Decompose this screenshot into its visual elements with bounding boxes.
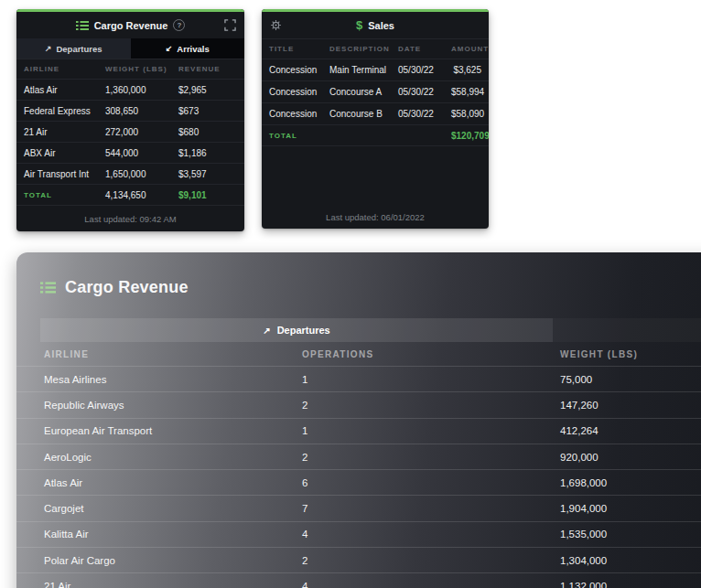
cell-airline: Atlas Air — [44, 477, 302, 488]
cell-amount: $58,994 — [444, 87, 489, 97]
cargo-large-tabs: ↗ Departures — [40, 318, 701, 342]
cargo-large-header: Cargo Revenue — [16, 252, 701, 298]
total-row: TOTAL 4,134,650 $9,101 — [16, 184, 244, 205]
col-title: TITLE — [262, 45, 322, 53]
cell-weight: 1,304,000 — [560, 555, 701, 566]
cell-weight: 544,000 — [98, 148, 171, 158]
tab-arrivals[interactable]: ↙ Arrivals — [131, 38, 245, 59]
tab-arrivals-partial[interactable] — [553, 318, 701, 342]
cell-description: Concourse A — [322, 87, 391, 97]
cell-description: Concourse B — [322, 109, 391, 119]
total-row: TOTAL $120,709 — [262, 124, 489, 146]
cell-airline: Kalitta Air — [44, 529, 302, 540]
table-row: Atlas Air 1,360,000 $2,965 — [16, 79, 244, 100]
cell-operations: 2 — [302, 400, 560, 411]
table-row: ABX Air 544,000 $1,186 — [16, 142, 244, 163]
table-row: 21 Air 272,000 $680 — [16, 121, 244, 142]
total-weight: 4,134,650 — [98, 190, 171, 200]
cell-weight: 272,000 — [98, 127, 171, 137]
cell-revenue: $1,186 — [171, 148, 244, 158]
cell-airline: Polar Air Cargo — [44, 555, 302, 566]
departure-arrow-icon: ↗ — [263, 326, 270, 336]
widget-title: Sales — [368, 20, 394, 31]
table-row: Atlas Air 6 1,698,000 — [16, 469, 701, 495]
expand-icon[interactable] — [224, 19, 236, 31]
col-description: DESCRIPTION — [322, 45, 391, 53]
cell-operations: 6 — [302, 477, 560, 488]
table-row: Concession Main Terminal 05/30/22 $3,625 — [262, 59, 489, 80]
tab-departures[interactable]: ↗ Departures — [16, 38, 131, 59]
cell-date: 05/30/22 — [391, 65, 444, 75]
cell-amount: $3,625 — [444, 65, 489, 75]
col-airline: AIRLINE — [16, 65, 98, 73]
cell-weight: 1,698,000 — [560, 477, 701, 488]
cell-revenue: $680 — [171, 127, 244, 137]
total-revenue: $9,101 — [171, 190, 244, 200]
cell-revenue: $2,965 — [171, 85, 244, 95]
col-amount: AMOUNT — [444, 45, 489, 53]
last-updated: Last updated: 09:42 AM — [16, 205, 244, 231]
cell-weight: 1,535,000 — [560, 529, 701, 540]
table-row: 21 Air 4 1,132,000 — [16, 572, 701, 588]
cell-description: Main Terminal — [322, 65, 391, 75]
list-icon — [40, 281, 56, 294]
cargo-revenue-widget-small: Cargo Revenue ? ↗ Departures ↙ Arrivals … — [16, 9, 244, 231]
cell-operations: 1 — [302, 374, 560, 385]
total-label: TOTAL — [16, 191, 98, 199]
cell-title: Concession — [262, 87, 322, 97]
table-row: AeroLogic 2 920,000 — [16, 444, 701, 469]
col-weight: WEIGHT (LBS) — [560, 349, 701, 359]
cell-weight: 1,132,000 — [560, 581, 701, 588]
tab-departures-label: Departures — [277, 325, 330, 336]
tab-departures[interactable]: ↗ Departures — [40, 318, 553, 342]
cell-weight: 308,650 — [98, 106, 171, 116]
col-revenue: REVENUE — [171, 65, 244, 73]
cell-operations: 2 — [302, 452, 560, 463]
last-updated: Last updated: 06/01/2022 — [262, 146, 489, 229]
cell-airline: 21 Air — [44, 581, 302, 588]
table-row: Mesa Airlines 1 75,000 — [16, 366, 701, 391]
help-icon[interactable]: ? — [173, 19, 185, 31]
cargo-revenue-widget-large: Cargo Revenue ↗ Departures AIRLINE OPERA… — [16, 252, 701, 588]
cell-operations: 2 — [302, 555, 560, 566]
tab-arrivals-label: Arrivals — [177, 44, 209, 54]
dollar-icon: $ — [356, 18, 362, 32]
departure-arrow-icon: ↗ — [45, 44, 52, 53]
cell-title: Concession — [262, 65, 322, 75]
col-operations: OPERATIONS — [302, 349, 560, 359]
table-row: Republic Airways 2 147,260 — [16, 391, 701, 417]
cell-amount: $58,090 — [444, 109, 489, 119]
widget-title: Cargo Revenue — [94, 20, 168, 31]
table-row: Kalitta Air 4 1,535,000 — [16, 521, 701, 547]
col-airline: AIRLINE — [44, 349, 302, 359]
arrival-arrow-icon: ↙ — [166, 44, 173, 53]
cell-airline: Cargojet — [44, 503, 302, 514]
cell-airline: 21 Air — [16, 127, 98, 137]
cell-weight: 147,260 — [560, 400, 701, 411]
cell-revenue: $3,597 — [171, 169, 244, 179]
cell-operations: 7 — [302, 503, 560, 514]
table-row: Cargojet 7 1,904,000 — [16, 495, 701, 520]
cell-airline: Mesa Airlines — [44, 374, 302, 385]
cell-weight: 1,360,000 — [98, 85, 171, 95]
col-weight: WEIGHT (LBS) — [98, 65, 171, 73]
sales-header: $ Sales — [262, 12, 489, 38]
cargo-large-table-header: AIRLINE OPERATIONS WEIGHT (LBS) — [16, 342, 701, 366]
cell-airline: Federal Express — [16, 106, 98, 116]
sales-table-header: TITLE DESCRIPTION DATE AMOUNT — [262, 38, 489, 59]
cell-date: 05/30/22 — [391, 109, 444, 119]
table-row: Polar Air Cargo 2 1,304,000 — [16, 547, 701, 572]
cell-weight: 412,264 — [560, 425, 701, 436]
cell-airline: AeroLogic — [44, 452, 302, 463]
sales-widget: $ Sales TITLE DESCRIPTION DATE AMOUNT Co… — [262, 9, 489, 229]
cell-weight: 920,000 — [560, 452, 701, 463]
cargo-small-header: Cargo Revenue ? — [16, 12, 244, 38]
table-row: Concession Concourse B 05/30/22 $58,090 — [262, 102, 489, 124]
col-date: DATE — [391, 45, 444, 53]
cell-operations: 1 — [302, 425, 560, 436]
cell-operations: 4 — [302, 529, 560, 540]
cell-airline: ABX Air — [16, 148, 98, 158]
total-amount: $120,709 — [444, 131, 489, 141]
cell-weight: 75,000 — [560, 374, 701, 385]
cell-operations: 4 — [302, 581, 560, 588]
